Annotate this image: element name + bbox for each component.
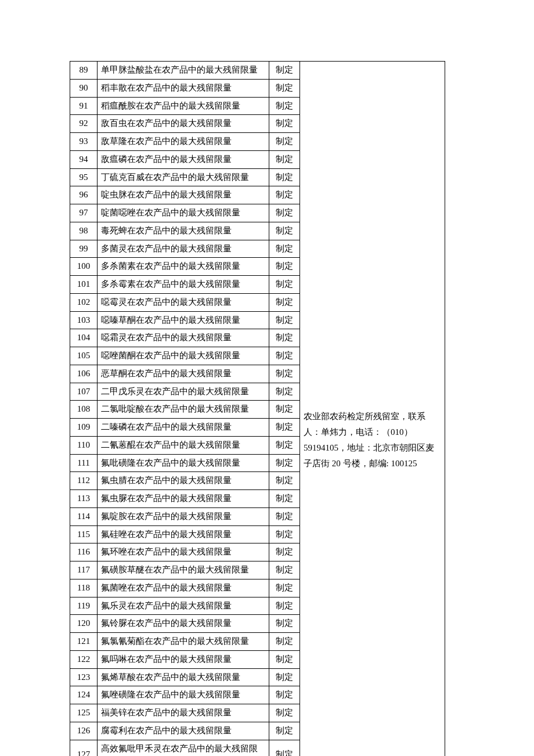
status: 制定 bbox=[269, 222, 300, 240]
standard-name: 毒死蜱在农产品中的最大残留限量 bbox=[98, 222, 269, 240]
status: 制定 bbox=[269, 579, 300, 597]
row-number: 117 bbox=[70, 561, 98, 579]
row-number: 109 bbox=[70, 419, 98, 437]
row-number: 126 bbox=[70, 722, 98, 740]
standard-name: 氟菌唑在农产品中的最大残留限量 bbox=[98, 579, 269, 597]
row-number: 95 bbox=[70, 168, 98, 186]
standard-name: 氟氯氰菊酯在农产品中的最大残留限量 bbox=[98, 633, 269, 651]
status: 制定 bbox=[269, 686, 300, 704]
standard-name: 氟吡磺隆在农产品中的最大残留限量 bbox=[98, 454, 269, 472]
status: 制定 bbox=[269, 150, 300, 168]
status: 制定 bbox=[269, 454, 300, 472]
standard-name: 噁霜灵在农产品中的最大残留限量 bbox=[98, 329, 269, 347]
row-number: 116 bbox=[70, 543, 98, 561]
standard-name: 福美锌在农产品中的最大残留限量 bbox=[98, 704, 269, 722]
standard-name: 多杀菌素在农产品中的最大残留限量 bbox=[98, 258, 269, 276]
standard-name: 噁唑菌酮在农产品中的最大残留限量 bbox=[98, 347, 269, 365]
row-number: 92 bbox=[70, 115, 98, 133]
status: 制定 bbox=[269, 258, 300, 276]
status: 制定 bbox=[269, 186, 300, 204]
standard-name: 稻瘟酰胺在农产品中的最大残留限量 bbox=[98, 97, 269, 115]
row-number: 105 bbox=[70, 347, 98, 365]
status: 制定 bbox=[269, 436, 300, 454]
table-row: 120氟铃脲在农产品中的最大残留限量制定 bbox=[70, 615, 300, 633]
contact-info: 农业部农药检定所残留室，联系人：单炜力，电话：（010）59194105，地址：… bbox=[304, 409, 441, 471]
status: 制定 bbox=[269, 401, 300, 419]
table-row: 94敌瘟磷在农产品中的最大残留限量制定 bbox=[70, 150, 300, 168]
standard-name: 二氯吡啶酸在农产品中的最大残留限量 bbox=[98, 401, 269, 419]
standard-name: 啶虫脒在农产品中的最大残留限量 bbox=[98, 186, 269, 204]
status: 制定 bbox=[269, 490, 300, 508]
table-row: 95丁硫克百威在农产品中的最大残留限量制定 bbox=[70, 168, 300, 186]
table-row: 115氟硅唑在农产品中的最大残留限量制定 bbox=[70, 525, 300, 543]
standard-name: 噁嗪草酮在农产品中的最大残留限量 bbox=[98, 311, 269, 329]
status: 制定 bbox=[269, 740, 300, 756]
status: 制定 bbox=[269, 311, 300, 329]
table-row: 93敌草隆在农产品中的最大残留限量制定 bbox=[70, 133, 300, 151]
status: 制定 bbox=[269, 133, 300, 151]
table-row: 122氟吗啉在农产品中的最大残留限量制定 bbox=[70, 650, 300, 668]
table-row: 119氟乐灵在农产品中的最大残留限量制定 bbox=[70, 597, 300, 615]
row-number: 103 bbox=[70, 311, 98, 329]
row-number: 99 bbox=[70, 240, 98, 258]
status: 制定 bbox=[269, 597, 300, 615]
standard-name: 二嗪磷在农产品中的最大残留限量 bbox=[98, 419, 269, 437]
table-row: 89单甲脒盐酸盐在农产品中的最大残留限量制定 bbox=[70, 62, 300, 80]
row-number: 104 bbox=[70, 329, 98, 347]
table-row: 100多杀菌素在农产品中的最大残留限量制定 bbox=[70, 258, 300, 276]
status: 制定 bbox=[269, 168, 300, 186]
table-row: 113氟虫脲在农产品中的最大残留限量制定 bbox=[70, 490, 300, 508]
row-number: 125 bbox=[70, 704, 98, 722]
table-row: 106恶草酮在农产品中的最大残留限量制定 bbox=[70, 365, 300, 383]
standard-name: 敌百虫在农产品中的最大残留限量 bbox=[98, 115, 269, 133]
standard-name: 啶菌噁唑在农产品中的最大残留限量 bbox=[98, 204, 269, 222]
standard-name: 氟磺胺草醚在农产品中的最大残留限量 bbox=[98, 561, 269, 579]
status: 制定 bbox=[269, 472, 300, 490]
table-row: 109二嗪磷在农产品中的最大残留限量制定 bbox=[70, 419, 300, 437]
status: 制定 bbox=[269, 329, 300, 347]
table-row: 127高效氟吡甲禾灵在农产品中的最大残留限量制定 bbox=[70, 740, 300, 756]
status: 制定 bbox=[269, 633, 300, 651]
table-row: 91稻瘟酰胺在农产品中的最大残留限量制定 bbox=[70, 97, 300, 115]
status: 制定 bbox=[269, 97, 300, 115]
status: 制定 bbox=[269, 722, 300, 740]
table-row: 123氟烯草酸在农产品中的最大残留限量制定 bbox=[70, 668, 300, 686]
status: 制定 bbox=[269, 543, 300, 561]
standard-name: 氟烯草酸在农产品中的最大残留限量 bbox=[98, 668, 269, 686]
table-row: 105噁唑菌酮在农产品中的最大残留限量制定 bbox=[70, 347, 300, 365]
row-number: 100 bbox=[70, 258, 98, 276]
row-number: 93 bbox=[70, 133, 98, 151]
standard-name: 丁硫克百威在农产品中的最大残留限量 bbox=[98, 168, 269, 186]
status: 制定 bbox=[269, 79, 300, 97]
standards-table: 89单甲脒盐酸盐在农产品中的最大残留限量制定90稻丰散在农产品中的最大残留限量制… bbox=[70, 61, 300, 756]
standard-name: 氟虫腈在农产品中的最大残留限量 bbox=[98, 472, 269, 490]
row-number: 94 bbox=[70, 150, 98, 168]
table-row: 121氟氯氰菊酯在农产品中的最大残留限量制定 bbox=[70, 633, 300, 651]
table-row: 101多杀霉素在农产品中的最大残留限量制定 bbox=[70, 276, 300, 294]
row-number: 122 bbox=[70, 650, 98, 668]
row-number: 118 bbox=[70, 579, 98, 597]
table-row: 116氟环唑在农产品中的最大残留限量制定 bbox=[70, 543, 300, 561]
table-row: 103噁嗪草酮在农产品中的最大残留限量制定 bbox=[70, 311, 300, 329]
status: 制定 bbox=[269, 525, 300, 543]
row-number: 127 bbox=[70, 740, 98, 756]
status: 制定 bbox=[269, 419, 300, 437]
standard-name: 稻丰散在农产品中的最大残留限量 bbox=[98, 79, 269, 97]
standard-name: 二氰蒽醌在农产品中的最大残留限量 bbox=[98, 436, 269, 454]
row-number: 98 bbox=[70, 222, 98, 240]
row-number: 123 bbox=[70, 668, 98, 686]
status: 制定 bbox=[269, 615, 300, 633]
standard-name: 二甲戊乐灵在农产品中的最大残留限量 bbox=[98, 383, 269, 401]
standard-name: 氟硅唑在农产品中的最大残留限量 bbox=[98, 525, 269, 543]
standard-name: 氟吗啉在农产品中的最大残留限量 bbox=[98, 650, 269, 668]
contact-cell: 农业部农药检定所残留室，联系人：单炜力，电话：（010）59194105，地址：… bbox=[300, 61, 445, 756]
row-number: 111 bbox=[70, 454, 98, 472]
standard-name: 氟虫脲在农产品中的最大残留限量 bbox=[98, 490, 269, 508]
page-layout: 89单甲脒盐酸盐在农产品中的最大残留限量制定90稻丰散在农产品中的最大残留限量制… bbox=[70, 61, 464, 756]
standard-name: 氟环唑在农产品中的最大残留限量 bbox=[98, 543, 269, 561]
table-row: 107二甲戊乐灵在农产品中的最大残留限量制定 bbox=[70, 383, 300, 401]
row-number: 112 bbox=[70, 472, 98, 490]
status: 制定 bbox=[269, 668, 300, 686]
table-row: 124氟唑磺隆在农产品中的最大残留限量制定 bbox=[70, 686, 300, 704]
status: 制定 bbox=[269, 240, 300, 258]
